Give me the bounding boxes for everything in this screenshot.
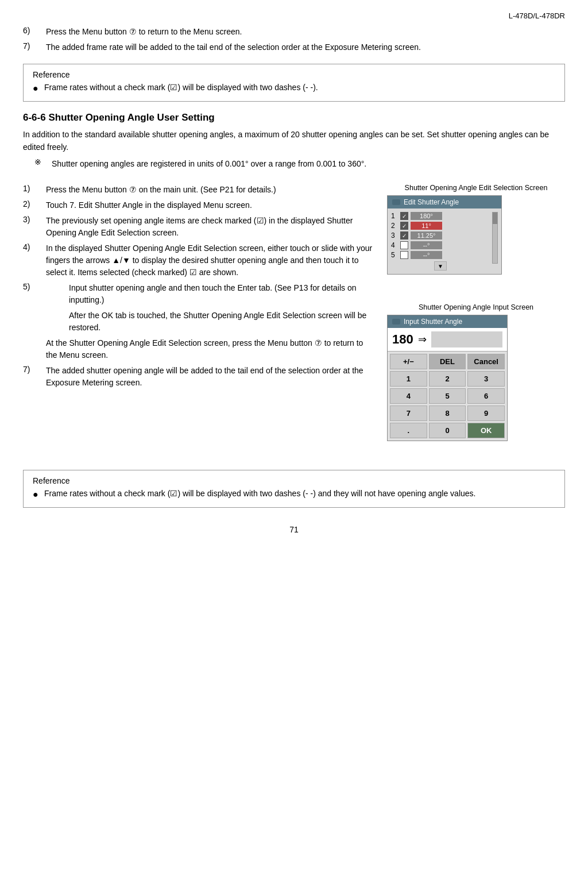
input-display: 180 ⇒ <box>388 328 507 352</box>
input-screen-widget: Input Shutter Angle 180 ⇒ +/− DEL Cancel… <box>387 315 508 441</box>
main-step-num-1: 1) <box>23 184 46 196</box>
main-step-text-3: The previously set opening angle items a… <box>46 215 376 239</box>
scrollbar-thumb <box>493 213 497 224</box>
input-screen-label: Shutter Opening Angle Input Screen <box>387 303 565 311</box>
note-row: ※ Shutter opening angles are registered … <box>34 157 565 170</box>
angle-list: 1 ✓ 180° 2 ✓ 11° 3 ✓ 11.25° <box>391 212 490 271</box>
reference-item-top: ● Frame rates without a check mark (☑) w… <box>33 82 555 95</box>
right-column: Shutter Opening Angle Edit Selection Scr… <box>387 184 565 441</box>
main-step-4: 4) In the displayed Shutter Opening Angl… <box>23 242 376 279</box>
key-1[interactable]: 1 <box>390 371 427 387</box>
key-5[interactable]: 5 <box>429 388 466 404</box>
section-title: 6-6-6 Shutter Opening Angle User Setting <box>23 112 565 123</box>
row-num-4: 4 <box>391 241 398 249</box>
angle-row-4: 4 --° <box>391 241 490 249</box>
row-num-5: 5 <box>391 251 398 259</box>
main-step-text-2: Touch 7. Edit Shutter Angle in the displ… <box>46 199 376 211</box>
main-step-2: 2) Touch 7. Edit Shutter Angle in the di… <box>23 199 376 211</box>
main-step-text-4: In the displayed Shutter Opening Angle E… <box>46 242 376 279</box>
main-step-text-at-screen: At the Shutter Opening Angle Edit Select… <box>46 337 376 361</box>
step-item-7: 7) The added frame rate will be added to… <box>23 41 565 53</box>
checkbox-5 <box>400 251 408 259</box>
main-step-text-5: Input shutter opening angle and then tou… <box>69 282 376 306</box>
main-step-num-5: 5) <box>23 282 46 306</box>
edit-screen-header-text: Edit Shutter Angle <box>404 198 459 206</box>
checkbox-1: ✓ <box>400 212 408 220</box>
key-ok[interactable]: OK <box>467 423 505 438</box>
key-0[interactable]: 0 <box>429 423 466 438</box>
checkbox-4 <box>400 241 408 249</box>
main-steps-list: 1) Press the Menu button ⑦ on the main u… <box>23 184 376 389</box>
input-screen-header: Input Shutter Angle <box>388 315 507 328</box>
edit-screen-header: Edit Shutter Angle <box>388 196 501 208</box>
reference-item-bottom: ● Frame rates without a check mark (☑) w… <box>33 488 555 501</box>
page-number: 71 <box>289 525 299 534</box>
scrollbar[interactable] <box>492 212 498 264</box>
edit-screen-body: 1 ✓ 180° 2 ✓ 11° 3 ✓ 11.25° <box>388 208 501 274</box>
step-text-6: Press the Menu button ⑦ to return to the… <box>46 26 565 38</box>
key-7[interactable]: 7 <box>390 406 427 421</box>
angle-row-5: 5 --° <box>391 251 490 259</box>
page-header: L-478D/L-478DR <box>23 11 565 20</box>
bullet-top: ● <box>33 82 44 95</box>
angle-value-1: 180° <box>411 212 442 220</box>
angle-row-3: 3 ✓ 11.25° <box>391 231 490 240</box>
key-cancel[interactable]: Cancel <box>467 354 505 369</box>
left-column: 1) Press the Menu button ⑦ on the main u… <box>23 184 387 441</box>
step-item-6: 6) Press the Menu button ⑦ to return to … <box>23 26 565 38</box>
key-3[interactable]: 3 <box>467 371 505 387</box>
reference-title-top: Reference <box>33 70 555 79</box>
step-num-7: 7) <box>23 41 46 53</box>
scroll-down-arrow[interactable]: ▼ <box>434 261 447 271</box>
main-step-text-1: Press the Menu button ⑦ on the main unit… <box>46 184 376 196</box>
top-steps-list: 6) Press the Menu button ⑦ to return to … <box>23 26 565 53</box>
main-step-num-4: 4) <box>23 242 46 279</box>
main-step-num-7: 7) <box>23 365 46 389</box>
screen-icon <box>392 199 400 205</box>
reference-text-top: Frame rates without a check mark (☑) wil… <box>44 82 318 94</box>
main-step-num-after-ok <box>46 310 69 334</box>
key-plusminus[interactable]: +/− <box>390 354 427 369</box>
key-dot[interactable]: . <box>390 423 427 438</box>
key-del[interactable]: DEL <box>429 354 466 369</box>
section-intro: In addition to the standard available sh… <box>23 128 565 154</box>
main-step-after-ok: After the OK tab is touched, the Shutter… <box>46 310 376 334</box>
main-step-at-screen: At the Shutter Opening Angle Edit Select… <box>23 337 376 361</box>
main-step-1: 1) Press the Menu button ⑦ on the main u… <box>23 184 376 196</box>
angle-value-3: 11.25° <box>411 231 442 240</box>
key-9[interactable]: 9 <box>467 406 505 421</box>
page-footer: 71 <box>23 525 565 534</box>
key-2[interactable]: 2 <box>429 371 466 387</box>
main-step-num-3: 3) <box>23 215 46 239</box>
bullet-bottom: ● <box>33 488 44 501</box>
main-step-text-after-ok: After the OK tab is touched, the Shutter… <box>69 310 376 334</box>
main-step-num-at-screen <box>23 337 46 361</box>
angle-value-4: --° <box>411 241 442 249</box>
main-step-3: 3) The previously set opening angle item… <box>23 215 376 239</box>
checkbox-3: ✓ <box>400 231 408 240</box>
reference-title-bottom: Reference <box>33 476 555 485</box>
checkbox-2: ✓ <box>400 222 408 230</box>
main-step-7: 7) The added shutter opening angle will … <box>23 365 376 389</box>
main-step-num-2: 2) <box>23 199 46 211</box>
angle-row-1: 1 ✓ 180° <box>391 212 490 220</box>
input-field-empty <box>431 331 502 347</box>
key-8[interactable]: 8 <box>429 406 466 421</box>
reference-text-bottom: Frame rates without a check mark (☑) wil… <box>44 488 475 500</box>
key-6[interactable]: 6 <box>467 388 505 404</box>
input-screen-header-text: Input Shutter Angle <box>404 318 462 326</box>
edit-screen-label: Shutter Opening Angle Edit Selection Scr… <box>387 184 565 192</box>
main-step-text-7: The added shutter opening angle will be … <box>46 365 376 389</box>
step-num-6: 6) <box>23 26 46 38</box>
step-text-7: The added frame rate will be added to th… <box>46 41 565 53</box>
input-screen-icon <box>392 319 400 325</box>
edit-screen-widget: Edit Shutter Angle 1 ✓ 180° 2 ✓ 11° <box>387 195 502 275</box>
main-step-5: 5) Input shutter opening angle and then … <box>23 282 376 306</box>
key-4[interactable]: 4 <box>390 388 427 404</box>
angle-value-2: 11° <box>411 222 442 230</box>
row-num-3: 3 <box>391 231 398 240</box>
angle-value-5: --° <box>411 251 442 259</box>
keypad: +/− DEL Cancel 1 2 3 4 5 6 7 8 9 . 0 OK <box>388 352 507 441</box>
arrow-right-icon: ⇒ <box>418 333 427 346</box>
angle-row-2: 2 ✓ 11° <box>391 222 490 230</box>
